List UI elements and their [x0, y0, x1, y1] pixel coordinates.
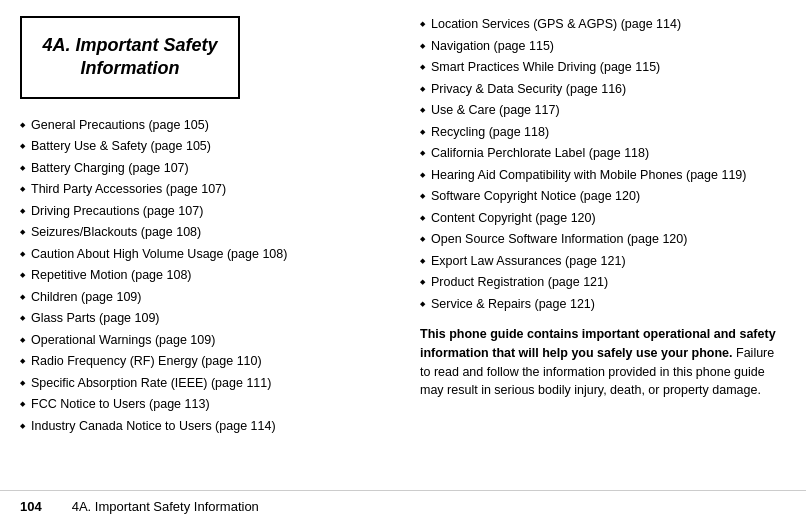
chapter-title: 4A. Important Safety Information [42, 34, 218, 81]
list-item: Recycling (page 118) [420, 124, 786, 142]
right-column: Location Services (GPS & AGPS) (page 114… [410, 16, 786, 490]
list-item: Product Registration (page 121) [420, 274, 786, 292]
list-item: Caution About High Volume Usage (page 10… [20, 246, 390, 264]
list-item: Hearing Aid Compatibility with Mobile Ph… [420, 167, 786, 185]
list-item: Operational Warnings (page 109) [20, 332, 390, 350]
list-item: Open Source Software Information (page 1… [420, 231, 786, 249]
footer-title: 4A. Important Safety Information [72, 499, 259, 514]
list-item: Third Party Accessories (page 107) [20, 181, 390, 199]
footer: 104 4A. Important Safety Information [0, 490, 806, 522]
list-item: Location Services (GPS & AGPS) (page 114… [420, 16, 786, 34]
page: 4A. Important Safety Information General… [0, 0, 806, 522]
summary-bold: This phone guide contains important oper… [420, 327, 776, 360]
list-item: California Perchlorate Label (page 118) [420, 145, 786, 163]
left-bullet-list: General Precautions (page 105)Battery Us… [20, 117, 390, 440]
footer-page-number: 104 [20, 499, 42, 514]
list-item: Battery Charging (page 107) [20, 160, 390, 178]
list-item: Repetitive Motion (page 108) [20, 267, 390, 285]
list-item: Export Law Assurances (page 121) [420, 253, 786, 271]
list-item: Privacy & Data Security (page 116) [420, 81, 786, 99]
list-item: Specific Absorption Rate (IEEE) (page 11… [20, 375, 390, 393]
list-item: General Precautions (page 105) [20, 117, 390, 135]
list-item: Software Copyright Notice (page 120) [420, 188, 786, 206]
summary-text: This phone guide contains important oper… [420, 325, 786, 400]
list-item: Driving Precautions (page 107) [20, 203, 390, 221]
list-item: Seizures/Blackouts (page 108) [20, 224, 390, 242]
list-item: Content Copyright (page 120) [420, 210, 786, 228]
content-area: 4A. Important Safety Information General… [0, 0, 806, 490]
list-item: Use & Care (page 117) [420, 102, 786, 120]
left-column: 4A. Important Safety Information General… [20, 16, 410, 490]
chapter-header: 4A. Important Safety Information [20, 16, 240, 99]
list-item: Navigation (page 115) [420, 38, 786, 56]
list-item: Children (page 109) [20, 289, 390, 307]
list-item: Glass Parts (page 109) [20, 310, 390, 328]
list-item: Service & Repairs (page 121) [420, 296, 786, 314]
list-item: FCC Notice to Users (page 113) [20, 396, 390, 414]
list-item: Radio Frequency (RF) Energy (page 110) [20, 353, 390, 371]
list-item: Battery Use & Safety (page 105) [20, 138, 390, 156]
right-bullet-list: Location Services (GPS & AGPS) (page 114… [420, 16, 786, 313]
list-item: Smart Practices While Driving (page 115) [420, 59, 786, 77]
list-item: Industry Canada Notice to Users (page 11… [20, 418, 390, 436]
